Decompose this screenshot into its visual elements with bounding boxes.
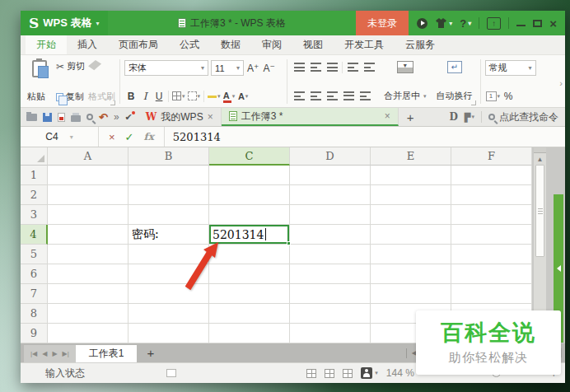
font-name-select[interactable]: 宋体▾ [124,60,208,76]
insert-function-icon[interactable]: fx [144,131,154,142]
cell-E5[interactable] [371,245,451,264]
italic-button[interactable]: I [138,89,152,103]
underline-button[interactable]: U [152,89,166,103]
print-icon[interactable] [71,113,81,122]
cell-E6[interactable] [371,264,451,284]
percent-style-button[interactable]: % [502,89,515,103]
expand-ribbon-icon[interactable]: › [559,78,563,88]
new-document-button[interactable]: + [399,108,423,126]
wrap-text-button[interactable]: ↵ 自动换行 [432,59,478,104]
cell-F2[interactable] [451,185,532,205]
page-break-view-icon[interactable] [325,369,334,378]
column-header-B[interactable]: B [128,147,209,166]
shrink-font-button[interactable]: A⁻ [262,61,275,75]
align-center-button[interactable] [308,89,324,103]
font-size-select[interactable]: 11▾ [211,60,244,76]
formula-input[interactable]: 5201314 [165,127,565,147]
tab-list-icon[interactable]: ▛▾ [465,113,474,122]
cell-E1[interactable] [371,166,451,185]
cell-F1[interactable] [451,166,532,185]
bold-button[interactable]: B [124,89,138,103]
cell-A8[interactable] [48,304,128,324]
scroll-up-icon[interactable]: ▲ [534,153,546,165]
grow-font-button[interactable]: A⁺ [246,61,259,75]
cell-B2[interactable] [128,185,209,205]
save-icon[interactable] [43,113,52,122]
cell-E4[interactable] [371,225,451,245]
split-handle[interactable] [534,147,546,153]
find-command-box[interactable]: 点此查找命令 [488,110,558,124]
vertical-scroll-thumb[interactable] [535,165,544,257]
cell-B1[interactable] [128,166,209,185]
normal-view-icon[interactable] [306,369,316,378]
cell-F6[interactable] [451,264,532,284]
fill-handle[interactable] [287,241,291,245]
doc-tab-0[interactable]: W我的WPS× [138,108,222,126]
cell-C1[interactable] [209,166,290,185]
cancel-entry-icon[interactable]: × [109,131,115,143]
cell-C8[interactable] [209,304,290,324]
draw-border-button[interactable]: ▾ [187,89,202,103]
cell-D9[interactable] [290,324,371,343]
cell-C9[interactable] [209,324,290,343]
paste-button[interactable]: 粘贴▾ [24,59,54,104]
column-header-E[interactable]: E [371,147,451,166]
account-button[interactable]: ▾ [361,367,378,379]
skin-icon[interactable]: ▾ [435,18,452,28]
cell-D6[interactable] [290,264,371,284]
align-middle-button[interactable] [308,60,324,74]
align-bottom-button[interactable] [325,60,340,74]
increase-indent-button[interactable] [362,60,377,74]
export-pdf-icon[interactable] [58,113,65,122]
undo-icon[interactable]: ↶ [99,111,108,124]
cell-D4[interactable] [290,225,371,245]
ribbon-tab-5[interactable]: 审阅 [251,35,292,54]
cell-D3[interactable] [290,205,371,225]
hide-ribbon-button[interactable]: ↑ [487,17,501,30]
next-sheet-icon[interactable]: ▶ [52,350,57,357]
column-header-A[interactable]: A [48,147,128,166]
align-right-button[interactable] [325,89,340,103]
help-button[interactable]: ? ▾ [460,17,471,30]
update-icon[interactable] [417,18,428,29]
row-header-4[interactable]: 4 [21,225,48,245]
ribbon-tab-6[interactable]: 视图 [292,35,334,54]
column-header-C[interactable]: C [209,147,290,166]
cell-D8[interactable] [290,304,371,324]
cell-D7[interactable] [290,284,371,304]
cell-A6[interactable] [48,264,128,284]
text-tools-button[interactable]: A ▾ [236,89,250,103]
screenshot-icon[interactable] [166,369,176,377]
row-header-3[interactable]: 3 [21,205,48,225]
row-header-8[interactable]: 8 [21,304,48,324]
pin-icon[interactable]: ✔ [125,112,133,123]
add-sheet-button[interactable]: + [137,343,164,362]
name-box[interactable]: C4 ▾ [21,127,99,147]
ribbon-tab-3[interactable]: 公式 [169,35,210,54]
cell-C3[interactable] [209,205,290,225]
login-button[interactable]: 未登录 [356,11,409,35]
app-menu-button[interactable]: S WPS 表格 ▾ [21,11,108,35]
cell-F7[interactable] [451,284,532,304]
borders-button[interactable]: ▾ [171,89,186,103]
close-tab-icon[interactable]: × [385,110,390,122]
more-commands-icon[interactable]: » [114,111,119,123]
cell-E7[interactable] [371,284,451,304]
cell-A2[interactable] [48,185,128,205]
row-header-9[interactable]: 9 [21,324,48,343]
row-header-2[interactable]: 2 [21,185,48,205]
cell-F3[interactable] [451,205,532,225]
cell-E3[interactable] [371,205,451,225]
column-header-F[interactable]: F [451,147,532,166]
fill-color-button[interactable]: ▾ [207,89,222,103]
page-layout-view-icon[interactable] [343,369,353,378]
select-all-corner[interactable] [21,147,48,166]
close-tab-icon[interactable]: × [208,111,213,123]
align-left-button[interactable] [292,89,307,103]
cell-B3[interactable] [128,205,209,225]
row-header-6[interactable]: 6 [21,264,48,284]
minimize-button[interactable] [516,20,526,26]
cell-A4[interactable] [48,225,128,245]
ribbon-tab-0[interactable]: 开始 [26,35,67,54]
confirm-entry-icon[interactable]: ✓ [125,131,134,143]
